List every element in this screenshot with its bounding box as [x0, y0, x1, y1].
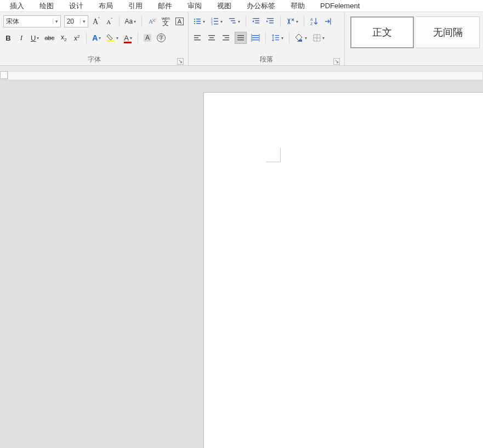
- superscript-button[interactable]: x2: [72, 32, 82, 44]
- line-spacing-button[interactable]: ▾: [270, 32, 285, 44]
- svg-rect-1: [107, 40, 115, 42]
- menu-bar: 插入 绘图 设计 布局 引用 邮件 审阅 视图 办公标签 帮助 PDFeleme…: [0, 0, 483, 12]
- svg-rect-11: [214, 21, 218, 22]
- svg-rect-32: [225, 37, 229, 38]
- show-marks-button[interactable]: [323, 15, 334, 27]
- align-right-button[interactable]: [220, 32, 231, 44]
- align-justify-button[interactable]: [235, 32, 247, 44]
- menu-references[interactable]: 引用: [128, 1, 143, 11]
- svg-rect-21: [269, 20, 274, 21]
- decrease-indent-button[interactable]: [251, 15, 262, 27]
- style-normal[interactable]: 正文: [350, 16, 414, 48]
- style-normal-label: 正文: [372, 26, 392, 39]
- svg-text:A: A: [149, 18, 153, 25]
- font-size-combo[interactable]: 20 ▾: [64, 15, 88, 27]
- svg-rect-9: [214, 18, 218, 19]
- document-page[interactable]: [203, 92, 483, 448]
- group-paragraph-label: 段落 ↘: [192, 55, 341, 65]
- svg-rect-41: [275, 37, 279, 38]
- menu-officetab[interactable]: 办公标签: [247, 1, 275, 11]
- clear-formatting-button[interactable]: A: [146, 15, 157, 27]
- italic-button[interactable]: I: [16, 32, 26, 44]
- svg-rect-20: [267, 18, 274, 19]
- svg-rect-30: [208, 39, 215, 41]
- svg-rect-15: [231, 20, 235, 21]
- font-name-value: 宋体: [4, 17, 53, 26]
- change-case-button[interactable]: Aa▾: [124, 15, 138, 27]
- menu-draw[interactable]: 绘图: [39, 1, 54, 11]
- svg-point-4: [194, 21, 195, 22]
- underline-button[interactable]: U▾: [30, 32, 40, 44]
- font-dialog-launcher[interactable]: ↘: [177, 58, 184, 65]
- group-paragraph: ▾ 123▾ ▾ ▾: [189, 12, 345, 65]
- menu-pdfelement[interactable]: PDFelement: [320, 2, 360, 10]
- svg-rect-27: [194, 39, 201, 41]
- chevron-down-icon[interactable]: ▾: [53, 19, 60, 24]
- ruler-area: [0, 66, 483, 80]
- borders-button[interactable]: ▾: [311, 32, 326, 44]
- svg-rect-34: [237, 35, 244, 36]
- chevron-down-icon[interactable]: ▾: [80, 19, 88, 24]
- workspace: [0, 66, 483, 448]
- shading-button[interactable]: ▾: [294, 32, 308, 44]
- enclose-characters-button[interactable]: 字: [156, 32, 167, 44]
- style-no-spacing[interactable]: 无间隔: [416, 16, 480, 48]
- shrink-font-button[interactable]: Aˇ: [105, 15, 115, 27]
- sort-button[interactable]: AZ: [309, 15, 320, 27]
- distributed-button[interactable]: [250, 32, 261, 44]
- multilevel-list-button[interactable]: ▾: [227, 15, 241, 27]
- bold-button[interactable]: B: [3, 32, 13, 44]
- numbering-button[interactable]: 123▾: [209, 15, 224, 27]
- separator: [265, 32, 266, 43]
- character-shading-button[interactable]: A: [143, 32, 152, 44]
- strikethrough-button[interactable]: abc: [43, 32, 55, 44]
- group-font-label: 字体 ↘: [3, 55, 185, 65]
- svg-rect-38: [252, 37, 259, 38]
- svg-rect-14: [229, 18, 235, 19]
- svg-rect-28: [208, 35, 215, 36]
- svg-rect-19: [255, 22, 259, 24]
- svg-rect-37: [252, 35, 259, 36]
- svg-rect-5: [196, 21, 201, 22]
- svg-rect-22: [269, 22, 274, 24]
- menu-layout[interactable]: 布局: [99, 1, 113, 11]
- menu-design[interactable]: 设计: [69, 1, 83, 11]
- svg-rect-7: [196, 23, 201, 24]
- svg-point-6: [194, 23, 195, 24]
- phonetic-guide-button[interactable]: wén文: [161, 15, 171, 27]
- highlight-color-button[interactable]: ▾: [105, 32, 120, 44]
- align-center-button[interactable]: [206, 32, 217, 44]
- svg-text:Z: Z: [310, 22, 313, 26]
- bullets-button[interactable]: ▾: [192, 15, 206, 27]
- separator: [86, 32, 87, 43]
- increase-indent-button[interactable]: [265, 15, 276, 27]
- separator: [246, 16, 246, 27]
- asian-layout-button[interactable]: ▾: [285, 15, 299, 27]
- font-name-combo[interactable]: 宋体 ▾: [3, 15, 61, 27]
- grow-font-button[interactable]: Aˆ: [92, 15, 101, 27]
- menu-review[interactable]: 审阅: [187, 1, 202, 11]
- svg-rect-29: [209, 37, 214, 38]
- menu-view[interactable]: 视图: [217, 1, 231, 11]
- ribbon: 宋体 ▾ 20 ▾ Aˆ Aˇ Aa▾ A: [0, 12, 483, 66]
- svg-rect-18: [255, 20, 259, 21]
- svg-rect-33: [223, 39, 229, 41]
- character-border-button[interactable]: A: [174, 15, 185, 27]
- separator: [119, 16, 120, 27]
- svg-rect-13: [214, 24, 218, 25]
- horizontal-ruler[interactable]: [8, 71, 483, 80]
- svg-text:A: A: [310, 18, 313, 21]
- group-styles: 正文 无间隔: [345, 12, 483, 65]
- text-effects-button[interactable]: A▾: [91, 32, 102, 44]
- align-left-button[interactable]: [192, 32, 203, 44]
- tab-selector[interactable]: [0, 71, 8, 79]
- subscript-button[interactable]: x2: [59, 32, 69, 44]
- svg-rect-17: [253, 18, 259, 19]
- menu-mailings[interactable]: 邮件: [158, 1, 172, 11]
- svg-rect-36: [237, 39, 244, 41]
- menu-help[interactable]: 帮助: [291, 1, 305, 11]
- menu-insert[interactable]: 插入: [10, 1, 24, 11]
- svg-rect-39: [252, 39, 259, 41]
- paragraph-dialog-launcher[interactable]: ↘: [333, 58, 340, 65]
- font-color-button[interactable]: A ▾: [123, 32, 133, 44]
